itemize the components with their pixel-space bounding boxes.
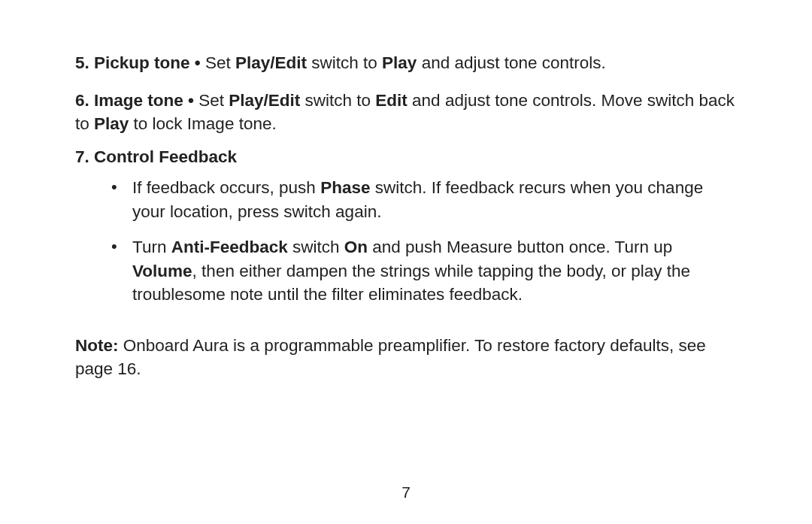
item-5-number: 5. Pickup tone • (75, 53, 205, 72)
item-5-text: Set Play/Edit switch to Play and adjust … (205, 53, 606, 72)
page-number: 7 (0, 481, 812, 503)
list-item: If feedback occurs, push Phase switch. I… (111, 176, 737, 223)
list-item: Turn Anti-Feedback switch On and push Me… (111, 235, 737, 307)
bullet-text: Turn Anti-Feedback switch On and push Me… (132, 238, 690, 304)
note-label: Note: (75, 336, 119, 355)
note-text: Onboard Aura is a programmable preamplif… (75, 336, 706, 379)
item-6-number: 6. Image tone • (75, 91, 198, 110)
instruction-item-7-header: 7. Control Feedback (75, 145, 737, 169)
bullet-text: If feedback occurs, push Phase switch. I… (132, 178, 703, 221)
note-paragraph: Note: Onboard Aura is a programmable pre… (75, 334, 737, 381)
item-7-bullet-list: If feedback occurs, push Phase switch. I… (111, 176, 737, 307)
instruction-item-5: 5. Pickup tone • Set Play/Edit switch to… (75, 51, 737, 75)
instruction-item-6: 6. Image tone • Set Play/Edit switch to … (75, 89, 737, 136)
